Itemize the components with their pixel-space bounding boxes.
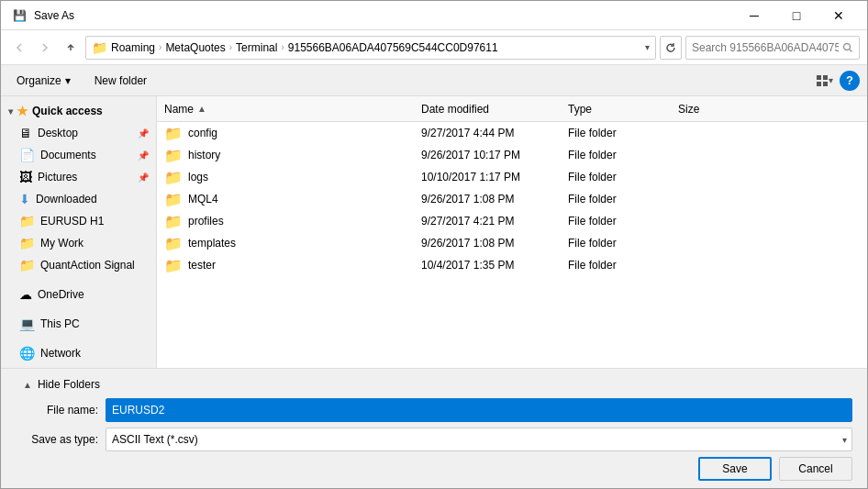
sidebar-item-quantaction[interactable]: 📁 QuantAction Signal [1, 254, 156, 276]
file-type-3: File folder [561, 193, 671, 206]
pin-icon-desktop: 📌 [138, 128, 149, 139]
file-list: Name ▲ Date modified Type Size 📁 config [157, 96, 867, 368]
sidebar-item-label-documents: Documents [40, 149, 96, 161]
quick-access-star-icon: ★ [17, 104, 28, 118]
column-type[interactable]: Type [561, 103, 671, 116]
sidebar-item-label-eurusd: EURUSD H1 [40, 215, 104, 228]
file-name-6: tester [188, 259, 216, 272]
hide-folders-row[interactable]: ▲ Hide Folders [16, 376, 852, 393]
file-name-3: MQL4 [188, 193, 218, 206]
file-type-1: File folder [561, 149, 671, 161]
forward-button[interactable] [34, 37, 56, 59]
svg-rect-4 [823, 82, 828, 86]
main-content: ▾ ★ Quick access 🖥 Desktop 📌 📄 Documents… [1, 96, 867, 368]
help-icon: ? [846, 73, 853, 87]
file-date-4: 9/27/2017 4:21 PM [414, 215, 561, 228]
pin-icon-pictures: 📌 [138, 172, 149, 183]
sidebar-item-pictures[interactable]: 🖼 Pictures 📌 [1, 166, 156, 188]
sidebar-item-eurusd[interactable]: 📁 EURUSD H1 [1, 210, 156, 232]
close-button[interactable]: ✕ [818, 1, 860, 30]
views-button[interactable]: ▾ [812, 70, 836, 92]
quick-access-header[interactable]: ▾ ★ Quick access [1, 100, 156, 122]
views-icon [816, 74, 829, 87]
file-date-1: 9/26/2017 10:17 PM [414, 149, 561, 161]
file-type-4: File folder [561, 215, 671, 228]
documents-icon: 📄 [19, 148, 35, 162]
sidebar-item-thispc[interactable]: 💻 This PC [1, 313, 156, 335]
path-folder-icon: 📁 [92, 40, 107, 55]
title-controls: ─ □ ✕ [733, 1, 860, 30]
sort-arrow-name: ▲ [197, 104, 206, 114]
file-rows-container: 📁 config 9/27/2017 4:44 PM File folder 📁… [157, 122, 867, 276]
views-arrow: ▾ [829, 75, 833, 85]
cancel-button[interactable]: Cancel [779, 457, 852, 481]
sidebar-item-label-pictures: Pictures [38, 171, 77, 183]
file-date-2: 10/10/2017 1:17 PM [414, 171, 561, 183]
sidebar: ▾ ★ Quick access 🖥 Desktop 📌 📄 Documents… [1, 96, 157, 368]
sidebar-item-onedrive[interactable]: ☁ OneDrive [1, 283, 156, 306]
dialog-title: Save As [34, 9, 74, 22]
file-type-2: File folder [561, 171, 671, 183]
breadcrumb-id: 915566BA06ADA407569C544CC0D97611 [288, 41, 498, 54]
sidebar-item-label-downloaded: Downloaded [36, 193, 97, 206]
table-row[interactable]: 📁 profiles 9/27/2017 4:21 PM File folder [157, 210, 867, 232]
network-icon: 🌐 [19, 346, 35, 361]
up-button[interactable] [60, 37, 82, 59]
file-name-4: profiles [188, 215, 224, 228]
address-path[interactable]: 📁 Roaming › MetaQuotes › Terminal › 9155… [85, 36, 656, 60]
quantaction-folder-icon: 📁 [19, 258, 35, 272]
sidebar-item-documents[interactable]: 📄 Documents 📌 [1, 144, 156, 166]
organize-label: Organize [17, 74, 61, 87]
sidebar-item-downloaded[interactable]: ⬇ Downloaded [1, 188, 156, 210]
file-date-0: 9/27/2017 4:44 PM [414, 127, 561, 139]
minimize-button[interactable]: ─ [733, 1, 775, 30]
new-folder-button[interactable]: New folder [86, 71, 155, 91]
help-button[interactable]: ? [840, 71, 860, 91]
save-button[interactable]: Save [698, 457, 772, 481]
sidebar-item-network[interactable]: 🌐 Network [1, 342, 156, 364]
column-date-modified[interactable]: Date modified [414, 103, 561, 116]
file-type-5: File folder [561, 237, 671, 250]
toolbar: Organize ▾ New folder ▾ ? [1, 65, 867, 96]
sidebar-item-desktop[interactable]: 🖥 Desktop 📌 [1, 122, 156, 144]
file-name-5: templates [188, 237, 236, 250]
table-row[interactable]: 📁 history 9/26/2017 10:17 PM File folder [157, 144, 867, 166]
svg-rect-1 [817, 75, 821, 80]
folder-icon-5: 📁 [164, 235, 183, 252]
breadcrumb-arrow-3: › [281, 42, 284, 52]
file-date-3: 9/26/2017 1:08 PM [414, 193, 561, 206]
search-input[interactable] [692, 41, 839, 54]
search-icon [842, 42, 853, 53]
sidebar-item-label-network: Network [40, 347, 81, 360]
action-row: Save Cancel [16, 457, 852, 481]
title-bar-left: 💾 Save As [12, 8, 74, 23]
table-row[interactable]: 📁 MQL4 9/26/2017 1:08 PM File folder [157, 188, 867, 210]
desktop-icon: 🖥 [19, 126, 32, 140]
sidebar-item-label-mywork: My Work [40, 237, 83, 250]
table-row[interactable]: 📁 logs 10/10/2017 1:17 PM File folder [157, 166, 867, 188]
filename-input[interactable] [106, 398, 852, 422]
onedrive-icon: ☁ [19, 287, 32, 302]
quick-access-label: Quick access [32, 105, 103, 117]
column-size[interactable]: Size [671, 103, 744, 116]
breadcrumb-arrow-1: › [159, 42, 161, 52]
sidebar-item-mywork[interactable]: 📁 My Work [1, 232, 156, 254]
sidebar-divider-3 [1, 335, 156, 342]
organize-button[interactable]: Organize ▾ [8, 71, 79, 91]
svg-rect-3 [817, 82, 821, 86]
savetype-wrapper: ASCII Text (*.csv) ▾ [106, 428, 852, 451]
sidebar-item-label-desktop: Desktop [38, 127, 78, 139]
savetype-select[interactable]: ASCII Text (*.csv) [106, 428, 852, 451]
file-list-header: Name ▲ Date modified Type Size [157, 96, 867, 122]
table-row[interactable]: 📁 config 9/27/2017 4:44 PM File folder [157, 122, 867, 144]
sidebar-item-label-thispc: This PC [40, 317, 80, 330]
back-button[interactable] [8, 37, 30, 59]
thispc-icon: 💻 [19, 317, 35, 331]
folder-icon-1: 📁 [164, 147, 183, 164]
column-name[interactable]: Name ▲ [157, 103, 414, 116]
refresh-button[interactable] [660, 36, 682, 60]
search-box[interactable] [685, 36, 860, 60]
table-row[interactable]: 📁 templates 9/26/2017 1:08 PM File folde… [157, 232, 867, 254]
maximize-button[interactable]: □ [775, 1, 818, 30]
table-row[interactable]: 📁 tester 10/4/2017 1:35 PM File folder [157, 254, 867, 276]
